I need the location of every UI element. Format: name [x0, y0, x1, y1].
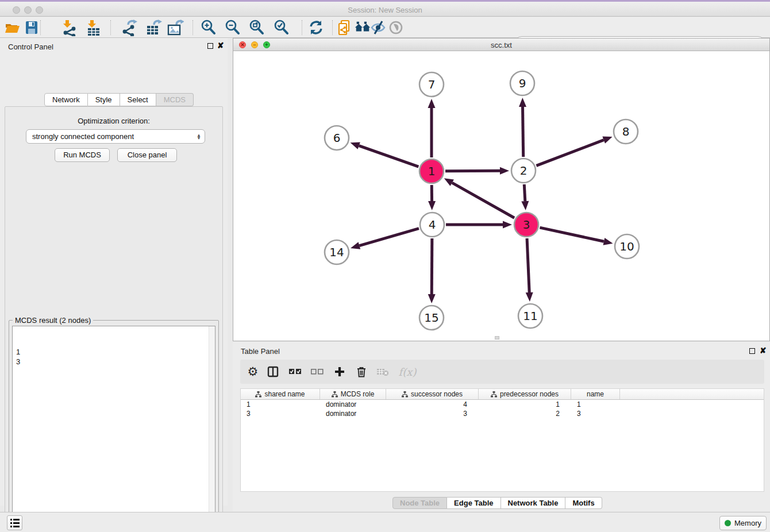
- cell-successor-nodes[interactable]: 3: [386, 409, 479, 418]
- zoom-selected-button[interactable]: [273, 19, 290, 36]
- toolbar-separator: [192, 20, 193, 35]
- run-mcds-button[interactable]: Run MCDS: [55, 148, 110, 162]
- save-icon: [24, 20, 40, 36]
- app-titlebar: Session: New Session: [0, 2, 770, 17]
- column-layout-button[interactable]: [264, 360, 282, 384]
- tab-style[interactable]: Style: [88, 93, 120, 106]
- edge-arrowhead: [521, 201, 529, 210]
- mcds-panel: Optimization criterion: strongly connect…: [5, 106, 223, 532]
- column-header-MCDS-role[interactable]: MCDS role: [320, 389, 386, 399]
- export-image-button[interactable]: [167, 19, 184, 36]
- memory-button[interactable]: Memory: [719, 516, 767, 530]
- network-title: scc.txt: [233, 41, 769, 49]
- network-window-titlebar[interactable]: ✕ − + scc.txt: [233, 38, 769, 51]
- tab-node-table[interactable]: Node Table: [392, 497, 447, 509]
- node-label-1: 1: [428, 164, 436, 178]
- edge-3-11[interactable]: [527, 238, 529, 292]
- export-image-icon: [167, 19, 184, 36]
- result-scrollbar[interactable]: [209, 326, 215, 532]
- checked-boxes-icon: [289, 367, 302, 377]
- scrollbar-stub[interactable]: [495, 336, 499, 340]
- table-row[interactable]: 3dominator323: [241, 409, 764, 418]
- export-network-button[interactable]: [121, 19, 138, 36]
- tab-network-table[interactable]: Network Table: [501, 497, 566, 509]
- task-history-button[interactable]: [7, 515, 22, 530]
- save-session-button[interactable]: [23, 19, 40, 36]
- edge-4-14[interactable]: [359, 229, 419, 246]
- network-graph[interactable]: 7968124314101511: [233, 51, 769, 341]
- tab-edge-table[interactable]: Edge Table: [447, 497, 500, 509]
- table-settings-button[interactable]: ⚙: [244, 360, 261, 384]
- mcds-result-textarea[interactable]: 13: [12, 326, 215, 532]
- cell-predecessor-nodes[interactable]: 1: [479, 400, 571, 409]
- node-label-14: 14: [329, 245, 344, 259]
- cell-MCDS-role[interactable]: dominator: [320, 409, 386, 418]
- deselect-all-button[interactable]: [309, 360, 326, 384]
- edge-arrowhead: [351, 142, 360, 149]
- tab-mcds[interactable]: MCDS: [156, 93, 194, 106]
- import-table-button[interactable]: [85, 19, 102, 36]
- cell-name[interactable]: 3: [571, 409, 620, 418]
- edge-3-10[interactable]: [540, 228, 603, 241]
- list-icon: [10, 519, 22, 521]
- column-header-predecessor-nodes[interactable]: predecessor nodes: [479, 389, 571, 399]
- refresh-view-button[interactable]: [307, 19, 325, 36]
- cell-MCDS-role[interactable]: dominator: [320, 400, 386, 409]
- mcds-result-group: MCDS result (2 nodes) 13: [9, 320, 219, 532]
- edge-1-6[interactable]: [359, 146, 419, 167]
- float-table-panel-icon[interactable]: [749, 348, 755, 354]
- optimization-criterion-dropdown[interactable]: strongly connected component ▲▼: [26, 129, 205, 144]
- zoom-in-button[interactable]: [200, 19, 217, 36]
- cell-predecessor-nodes[interactable]: 2: [479, 409, 571, 418]
- edge-2-8[interactable]: [536, 140, 603, 166]
- close-panel-button[interactable]: Close panel: [117, 148, 177, 162]
- node-label-8: 8: [622, 125, 630, 138]
- cell-name[interactable]: 1: [571, 400, 620, 409]
- column-header-shared-name[interactable]: shared name: [241, 389, 320, 399]
- close-panel-icon[interactable]: ✘: [217, 41, 224, 50]
- chevron-up-down-icon: ▲▼: [197, 134, 201, 140]
- select-all-button[interactable]: [287, 360, 304, 384]
- result-line: 1: [16, 347, 211, 357]
- close-table-panel-icon[interactable]: ✘: [760, 346, 767, 355]
- hide-graphics-details-button[interactable]: [369, 19, 387, 36]
- edge-arrowhead: [519, 98, 526, 107]
- control-panel-tabs: NetworkStyleSelectMCDS: [44, 93, 194, 106]
- tab-network[interactable]: Network: [44, 93, 88, 106]
- cell-shared-name[interactable]: 3: [241, 409, 320, 418]
- main-toolbar: [0, 17, 770, 38]
- delete-column-button[interactable]: [353, 360, 370, 384]
- show-graphics-details-button[interactable]: [387, 19, 405, 36]
- node-label-11: 11: [523, 309, 537, 323]
- table-tabs: Node TableEdge TableNetwork TableMotifs: [392, 497, 602, 509]
- column-header-successor-nodes[interactable]: successor nodes: [386, 389, 479, 399]
- open-folder-icon: [4, 20, 20, 36]
- tab-motifs[interactable]: Motifs: [565, 497, 602, 509]
- toolbar-separator: [302, 20, 302, 35]
- copy-network-icon: [336, 19, 353, 36]
- tab-select[interactable]: Select: [120, 93, 156, 106]
- import-network-button[interactable]: [61, 19, 78, 36]
- zoom-out-button[interactable]: [224, 19, 241, 36]
- cell-shared-name[interactable]: 1: [241, 400, 320, 409]
- edge-1-2[interactable]: [445, 171, 500, 171]
- copy-network-button[interactable]: [336, 19, 353, 36]
- edge-arrowhead: [428, 99, 436, 108]
- column-label: successor nodes: [411, 390, 463, 398]
- edge-2-9[interactable]: [523, 107, 523, 157]
- network-canvas[interactable]: 7968124314101511: [233, 51, 769, 341]
- edge-4-15[interactable]: [432, 238, 432, 294]
- tree-icon: [402, 391, 408, 398]
- edge-3-1[interactable]: [452, 183, 514, 218]
- float-panel-icon[interactable]: [207, 43, 213, 49]
- edge-2-3[interactable]: [524, 184, 525, 201]
- export-table-button[interactable]: [145, 19, 162, 36]
- table-row[interactable]: 1dominator411: [241, 400, 764, 409]
- column-header-name[interactable]: name: [571, 389, 620, 399]
- first-neighbors-button[interactable]: [354, 19, 371, 36]
- create-column-button[interactable]: [331, 360, 348, 384]
- zoom-fit-button[interactable]: [248, 19, 265, 36]
- cell-successor-nodes[interactable]: 4: [386, 400, 479, 409]
- node-table[interactable]: shared nameMCDS rolesuccessor nodesprede…: [240, 388, 764, 492]
- open-session-button[interactable]: [3, 19, 21, 36]
